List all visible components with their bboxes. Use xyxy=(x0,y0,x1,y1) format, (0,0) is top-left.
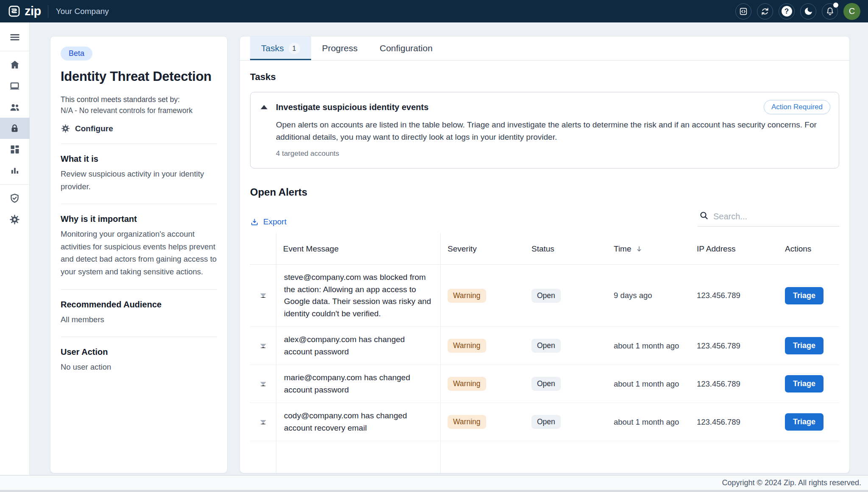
status-badge: Open xyxy=(531,415,561,429)
configure-label: Configure xyxy=(75,124,113,133)
action-required-badge: Action Required xyxy=(764,100,830,114)
section-heading: Recommended Audience xyxy=(61,300,217,310)
expand-row-icon[interactable] xyxy=(260,293,266,298)
task-meta: 4 targeted accounts xyxy=(276,149,818,158)
export-label: Export xyxy=(263,217,287,227)
bar-chart-icon xyxy=(9,165,20,176)
event-message: marie@company.com has changed account pa… xyxy=(284,372,433,396)
help-icon: ? xyxy=(782,6,792,17)
copyright-text: Copyright © 2024 Zip. All rights reserve… xyxy=(722,478,861,487)
expand-row-icon[interactable] xyxy=(260,344,266,348)
tab-label: Configuration xyxy=(380,43,433,53)
refresh-button[interactable] xyxy=(757,3,773,19)
tab-bar: Tasks 1 Progress Configuration xyxy=(240,36,849,61)
standards-label: This control meets standards set by: xyxy=(61,95,217,104)
tasks-section-heading: Tasks xyxy=(250,72,839,83)
column-header-severity[interactable]: Severity xyxy=(441,244,525,254)
sidebar-item-settings[interactable] xyxy=(0,209,30,230)
sidebar-item-dashboard[interactable] xyxy=(0,139,30,160)
section-heading: Why is it important xyxy=(61,214,217,224)
expand-row-icon[interactable] xyxy=(260,420,266,424)
tab-configuration[interactable]: Configuration xyxy=(369,36,444,60)
icon-rail xyxy=(0,22,30,475)
column-header-actions[interactable]: Actions xyxy=(778,244,839,254)
event-message: steve@company.com was blocked from the a… xyxy=(284,271,433,320)
info-section-audience: Recommended Audience All members xyxy=(61,300,217,326)
info-section-why-important: Why is it important Monitoring your orga… xyxy=(61,214,217,278)
section-body: Review suspicious activity in your ident… xyxy=(61,168,217,193)
moon-icon xyxy=(804,6,813,16)
triage-button[interactable]: Triage xyxy=(785,413,823,431)
column-header-status[interactable]: Status xyxy=(525,244,607,254)
column-header-ip[interactable]: IP Address xyxy=(690,244,778,254)
sidebar-item-compliance[interactable] xyxy=(0,188,30,209)
triage-button[interactable]: Triage xyxy=(785,337,823,354)
alerts-toolbar: Export xyxy=(250,209,839,227)
ip-value: 123.456.789 xyxy=(690,291,778,300)
dark-mode-button[interactable] xyxy=(800,3,816,19)
event-message: cody@company.com has changed account rec… xyxy=(284,410,433,434)
export-button[interactable]: Export xyxy=(250,217,287,227)
app-switcher-icon xyxy=(739,7,748,16)
column-header-time[interactable]: Time xyxy=(607,244,690,254)
info-section-what-it-is: What it is Review suspicious activity in… xyxy=(61,154,217,193)
open-alerts-heading: Open Alerts xyxy=(250,186,839,198)
rail-divider xyxy=(0,184,30,185)
tab-tasks[interactable]: Tasks 1 xyxy=(250,36,311,60)
notifications-button[interactable] xyxy=(822,3,838,19)
triage-button[interactable]: Triage xyxy=(785,287,823,304)
time-value: about 1 month ago xyxy=(607,417,690,427)
topbar-divider xyxy=(48,5,48,18)
home-icon xyxy=(9,59,20,70)
task-description: Open alerts on accounts are listed in th… xyxy=(276,119,818,143)
triage-button[interactable]: Triage xyxy=(785,375,823,392)
help-button[interactable]: ? xyxy=(779,3,795,19)
divider xyxy=(61,289,217,290)
zip-logo-icon xyxy=(8,5,21,18)
sidebar-toggle-button[interactable] xyxy=(0,27,30,48)
collapse-task-icon[interactable] xyxy=(261,105,267,109)
laptop-icon xyxy=(9,80,20,92)
footer: Copyright © 2024 Zip. All rights reserve… xyxy=(0,475,868,490)
section-body: Monitoring your organization's account a… xyxy=(61,228,217,278)
sidebar-item-home[interactable] xyxy=(0,54,30,75)
tasks-count-badge: 1 xyxy=(289,43,300,54)
section-body: No user action xyxy=(61,361,217,373)
gear-icon xyxy=(9,214,20,225)
lock-icon xyxy=(9,123,20,134)
divider xyxy=(61,144,217,144)
table-header-row: Event Message Severity Status Time IP Ad… xyxy=(250,233,839,265)
column-header-event-message[interactable]: Event Message xyxy=(276,233,441,264)
sidebar-item-devices[interactable] xyxy=(0,75,30,97)
rail-divider xyxy=(0,51,30,51)
time-value: about 1 month ago xyxy=(607,379,690,389)
bottom-edge xyxy=(0,490,868,492)
hamburger-icon xyxy=(9,31,21,43)
shield-check-icon xyxy=(9,193,20,204)
brand-name: zip xyxy=(25,4,41,18)
search-input[interactable] xyxy=(698,209,839,227)
standards-value: N/A - No relevant controls for framework xyxy=(61,106,217,115)
sidebar-item-people[interactable] xyxy=(0,97,30,118)
sidebar-item-security-active[interactable] xyxy=(0,118,30,139)
users-icon xyxy=(9,102,20,113)
tab-progress[interactable]: Progress xyxy=(311,36,369,60)
configure-button[interactable]: Configure xyxy=(61,124,217,133)
bell-icon xyxy=(825,6,835,16)
expander-column-header xyxy=(250,233,276,264)
user-avatar[interactable]: C xyxy=(843,3,860,20)
table-row: steve@company.com was blocked from the a… xyxy=(250,265,839,327)
sidebar-item-reports[interactable] xyxy=(0,160,30,181)
task-card: Investigate suspicious identity events O… xyxy=(250,92,839,169)
app-switcher-button[interactable] xyxy=(735,3,751,19)
ip-value: 123.456.789 xyxy=(690,417,778,427)
info-section-user-action: User Action No user action xyxy=(61,347,217,373)
task-body: Investigate suspicious identity events O… xyxy=(276,102,818,158)
event-message: alex@company.com has changed account pas… xyxy=(284,334,433,358)
main-panel: Tasks 1 Progress Configuration Tasks Inv… xyxy=(239,36,850,473)
brand-logo[interactable]: zip xyxy=(8,4,41,18)
main-area: Beta Identity Threat Detection This cont… xyxy=(30,22,868,475)
download-icon xyxy=(250,218,259,227)
expand-row-icon[interactable] xyxy=(260,382,266,386)
tab-label: Progress xyxy=(322,43,358,53)
